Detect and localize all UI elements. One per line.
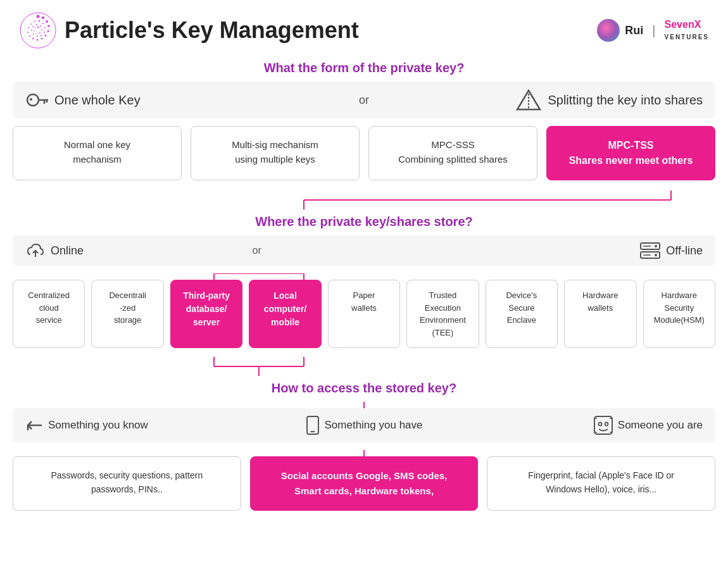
access-type-have: Something you have <box>251 416 477 435</box>
svg-point-29 <box>34 30 35 32</box>
storage-box-7: Hardwarewallets <box>564 280 636 348</box>
access-detail-label-1: Social accounts Google, SMS codes,Smart … <box>281 470 448 496</box>
offline-label: Off-line <box>666 244 703 258</box>
are-label: Someone you are <box>618 419 703 432</box>
svg-point-46 <box>655 254 657 256</box>
header: Particle's Key Management Rui | SevenX V… <box>0 0 728 56</box>
offline-section: Off-line <box>274 242 703 259</box>
svg-point-4 <box>47 25 50 27</box>
access-detail-box-0: Passwords, security questions, patternpa… <box>13 456 241 511</box>
svg-point-62 <box>598 423 601 426</box>
svg-point-15 <box>39 20 40 22</box>
svg-point-32 <box>27 94 39 106</box>
mechanism-label-1: Multi-sig mechanismusing multiple keys <box>232 139 318 165</box>
sevenx-logo: SevenX VENTURES <box>665 19 709 42</box>
mechanism-label-2: MPC-SSSCombining splitted shares <box>398 139 508 165</box>
splitting-label: Splitting the key into shares <box>548 93 703 108</box>
or-label-2: or <box>240 245 274 256</box>
svg-point-13 <box>30 23 32 25</box>
storage-box-2: Third-partydatabase/server <box>170 280 242 348</box>
storage-label-1: Decentrali-zedstorage <box>109 290 146 325</box>
storage-label-7: Hardwarewallets <box>582 290 618 313</box>
svg-point-63 <box>605 423 608 426</box>
svg-point-16 <box>42 23 44 24</box>
storage-label-8: HardwareSecurityModule(HSM) <box>654 290 705 325</box>
svg-point-27 <box>39 32 41 34</box>
sevenx-label: SevenX <box>665 19 701 30</box>
storage-label-2: Third-partydatabase/server <box>183 290 230 327</box>
section2-question: Where the private key/shares store? <box>13 215 715 229</box>
header-right: Rui | SevenX VENTURES <box>597 19 709 42</box>
connector-svg-storage-bottom <box>13 357 715 376</box>
svg-point-45 <box>655 245 657 247</box>
access-detail-row: Passwords, security questions, patternpa… <box>13 456 715 511</box>
svg-point-17 <box>44 27 46 28</box>
access-detail-box-2: Fingerprint, facial (Apple's Face ID orW… <box>487 456 715 511</box>
whole-key-label: One whole Key <box>54 93 141 108</box>
biometric-icon <box>594 416 613 435</box>
svg-point-24 <box>36 24 37 25</box>
storage-box-6: Device'sSecureEnclave <box>486 280 558 348</box>
mechanism-box-2: MPC-SSSCombining splitted shares <box>368 126 537 180</box>
svg-point-22 <box>31 30 32 31</box>
online-icon <box>25 242 46 259</box>
header-left: Particle's Key Management <box>19 11 359 49</box>
svg-point-11 <box>27 32 28 33</box>
online-offline-row: Online or Off-line <box>13 235 715 266</box>
key-form-row: One whole Key or Splitting the key into … <box>13 82 715 118</box>
access-detail-label-0: Passwords, security questions, patternpa… <box>51 470 203 494</box>
mechanism-row: Normal one keymechanism Multi-sig mechan… <box>13 126 715 180</box>
access-type-know: Something you know <box>25 418 251 433</box>
mechanism-box-1: Multi-sig mechanismusing multiple keys <box>191 126 360 180</box>
key-form-left: One whole Key <box>25 91 340 109</box>
access-detail-label-2: Fingerprint, facial (Apple's Face ID orW… <box>528 470 674 494</box>
storage-label-4: Paperwallets <box>351 290 377 313</box>
storage-label-3: Localcomputer/mobile <box>264 290 307 327</box>
connector-svg-1 <box>13 190 715 209</box>
storage-box-5: TrustedExecutionEnvironment(TEE) <box>406 280 479 348</box>
key-icon <box>25 91 48 109</box>
online-label: Online <box>51 244 84 258</box>
svg-point-31 <box>37 27 39 28</box>
particle-logo-icon <box>19 11 57 49</box>
svg-point-28 <box>36 33 37 34</box>
storage-box-3: Localcomputer/mobile <box>249 280 321 348</box>
svg-point-1 <box>37 15 40 18</box>
connector-svg-storage-top <box>13 273 715 280</box>
svg-rect-61 <box>594 416 612 434</box>
sevenx-ventures-label: VENTURES <box>665 34 709 41</box>
header-divider: | <box>652 23 655 38</box>
svg-point-21 <box>33 34 34 35</box>
online-section: Online <box>25 242 240 259</box>
split-key-icon <box>516 89 541 111</box>
svg-point-6 <box>45 35 47 37</box>
storage-box-1: Decentrali-zedstorage <box>91 280 163 348</box>
svg-point-19 <box>41 35 42 36</box>
connector-svg-access-top <box>13 402 715 408</box>
know-icon <box>25 418 43 433</box>
svg-point-9 <box>32 38 34 39</box>
access-detail-box-1: Social accounts Google, SMS codes,Smart … <box>250 456 479 511</box>
mechanism-box-0: Normal one keymechanism <box>13 126 182 180</box>
svg-point-5 <box>47 30 49 32</box>
storage-label-0: Centralizedcloudservice <box>28 290 70 325</box>
section3-question: How to access the stored key? <box>13 381 715 396</box>
svg-point-23 <box>32 26 34 27</box>
access-type-are: Someone you are <box>477 416 703 435</box>
svg-point-25 <box>40 25 41 27</box>
access-section: How to access the stored key? Something … <box>13 381 715 511</box>
have-label: Something you have <box>325 419 423 432</box>
svg-point-20 <box>37 35 38 37</box>
page-title: Particle's Key Management <box>65 17 359 44</box>
mechanism-label-3: MPC-TSSShares never meet others <box>569 140 693 166</box>
storage-box-0: Centralizedcloudservice <box>13 280 85 348</box>
svg-point-3 <box>46 20 48 23</box>
storage-box-4: Paperwallets <box>328 280 400 348</box>
section1-question: What the form of the private key? <box>13 61 715 75</box>
main-content: What the form of the private key? One wh… <box>0 61 728 511</box>
connector-svg-access-mid <box>13 450 715 456</box>
storage-row: Centralizedcloudservice Decentrali-zedst… <box>13 280 715 348</box>
know-label: Something you know <box>48 419 148 432</box>
storage-label-5: TrustedExecutionEnvironment(TEE) <box>420 290 466 337</box>
key-form-right: Splitting the key into shares <box>388 89 703 111</box>
